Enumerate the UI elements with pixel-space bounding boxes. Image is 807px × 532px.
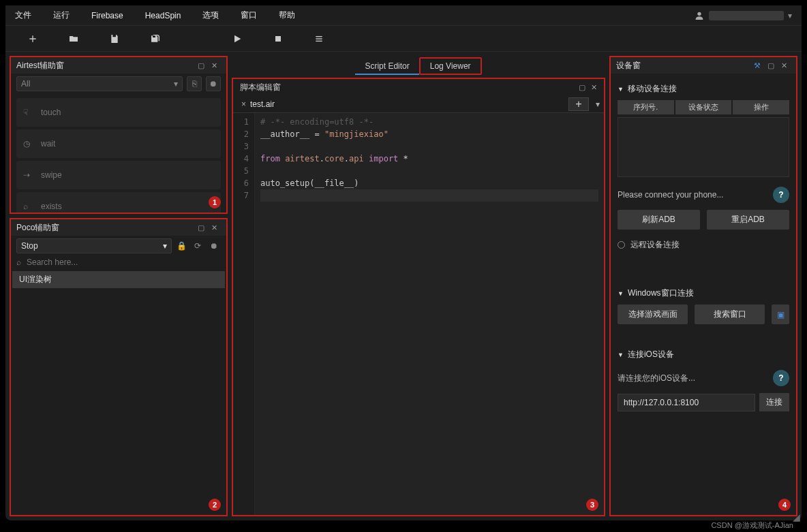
menu-help[interactable]: 帮助 (279, 10, 295, 21)
run-button[interactable] (217, 29, 258, 48)
airtest-record-button[interactable]: ⏺ (206, 76, 221, 91)
toolbar (5, 26, 802, 52)
airtest-panel: Airtest辅助窗 ▢ ✕ All▾ ⎘ ⏺ ☟touch ◷wait ⇢sw… (10, 56, 228, 214)
poco-title: Poco辅助窗 (16, 222, 194, 234)
editor-title: 脚本编辑窗 (240, 82, 281, 93)
device-table-empty (618, 117, 789, 177)
annotation-badge-2: 2 (209, 499, 221, 511)
refresh-icon[interactable]: ⟳ (191, 239, 204, 253)
center-tabs: Script Editor Log Viewer (232, 56, 605, 75)
help-button[interactable]: ? (773, 370, 789, 386)
chevron-down-icon: ▾ (163, 241, 167, 251)
line-gutter: 1234567 (233, 113, 255, 515)
triangle-down-icon: ▼ (618, 86, 624, 93)
user-dropdown[interactable]: ▾ (694, 10, 792, 21)
close-icon[interactable]: ✕ (781, 61, 791, 70)
search-window-button[interactable]: 搜索窗口 (695, 304, 765, 324)
help-button[interactable]: ? (773, 187, 789, 203)
touch-icon: ☟ (23, 108, 34, 117)
watermark: CSDN @游戏测试-AJian (711, 520, 793, 531)
annotation-badge-1: 1 (209, 196, 221, 208)
annotation-badge-3: 3 (586, 499, 598, 511)
exists-icon: ⌕ (23, 202, 34, 211)
svg-rect-1 (275, 36, 281, 42)
connect-message: Please connect your phone... (618, 190, 773, 200)
triangle-down-icon: ▼ (618, 351, 624, 358)
tabs-dropdown[interactable]: ▾ (592, 99, 604, 109)
editor-panel: 脚本编辑窗 ▢ ✕ × test.air + ▾ 1234567 (232, 78, 605, 516)
code-body[interactable]: # -*- encoding=utf8 -*- __author__ = "mi… (255, 113, 604, 515)
close-icon[interactable]: ✕ (211, 61, 221, 70)
airtest-insert-button[interactable]: ⎘ (187, 76, 202, 91)
close-icon[interactable]: ✕ (211, 223, 221, 232)
poco-mode-select[interactable]: Stop▾ (16, 238, 172, 253)
swipe-icon: ⇢ (23, 170, 34, 180)
ios-url-input[interactable] (618, 394, 755, 411)
menu-window[interactable]: 窗口 (241, 10, 257, 21)
poco-tree-root[interactable]: UI渲染树 (12, 271, 225, 288)
open-button[interactable] (53, 29, 94, 48)
device-table-header: 序列号. 设备状态 操作 (618, 100, 789, 114)
minimize-icon[interactable]: ▢ (579, 83, 585, 92)
record-icon[interactable]: ⏺ (207, 239, 221, 253)
svg-rect-4 (316, 40, 322, 41)
minimize-icon[interactable]: ▢ (198, 61, 207, 70)
select-game-button[interactable]: 选择游戏画面 (618, 304, 688, 324)
menubar: 文件 运行 Firebase HeadSpin 选项 窗口 帮助 ▾ (5, 5, 802, 26)
minimize-icon[interactable]: ▢ (198, 223, 207, 232)
menu-run[interactable]: 运行 (53, 10, 70, 21)
menu-firebase[interactable]: Firebase (91, 11, 123, 20)
menu-file[interactable]: 文件 (15, 10, 31, 21)
resize-grip-icon[interactable]: ◢ (793, 512, 800, 522)
close-tab-icon[interactable]: × (241, 99, 246, 109)
save-button[interactable] (94, 29, 135, 48)
search-icon: ⌕ (16, 257, 21, 267)
devices-panel: 设备窗 ⚒ ▢ ✕ ▼移动设备连接 序列号. 设备状态 操作 Please co… (609, 56, 797, 516)
airtest-title: Airtest辅助窗 (16, 60, 194, 72)
chevron-down-icon: ▾ (788, 11, 792, 20)
mobile-section-header[interactable]: ▼移动设备连接 (618, 83, 789, 95)
airtest-item-exists[interactable]: ⌕exists (16, 192, 221, 213)
new-button[interactable] (12, 29, 53, 48)
saveall-button[interactable] (135, 29, 176, 48)
menu-headspin[interactable]: HeadSpin (145, 11, 181, 20)
tab-log-viewer[interactable]: Log Viewer (419, 57, 482, 75)
airtest-mode-select[interactable]: All▾ (16, 76, 183, 91)
wait-icon: ◷ (23, 139, 34, 148)
airtest-item-touch[interactable]: ☟touch (16, 98, 221, 127)
restart-adb-button[interactable]: 重启ADB (707, 210, 789, 230)
airtest-item-swipe[interactable]: ⇢swipe (16, 161, 221, 189)
ios-section-header[interactable]: ▼连接iOS设备 (618, 349, 789, 360)
minimize-icon[interactable]: ▢ (767, 61, 777, 70)
svg-point-0 (697, 12, 701, 15)
stop-button[interactable] (258, 29, 299, 48)
devices-title: 设备窗 (616, 60, 750, 72)
poco-panel: Poco辅助窗 ▢ ✕ Stop▾ 🔒 ⟳ ⏺ ⌕ UI渲染树 2 (10, 218, 228, 516)
file-tab[interactable]: × test.air (236, 95, 280, 112)
svg-rect-3 (316, 38, 322, 39)
annotation-badge-4: 4 (778, 499, 791, 511)
windows-section-header[interactable]: ▼Windows窗口连接 (618, 287, 789, 299)
svg-rect-2 (316, 36, 322, 37)
ios-message: 请连接您的iOS设备... (618, 373, 773, 384)
refresh-adb-button[interactable]: 刷新ADB (618, 210, 700, 230)
close-icon[interactable]: ✕ (591, 83, 597, 92)
tab-script-editor[interactable]: Script Editor (355, 59, 418, 75)
user-icon (694, 10, 705, 21)
menu-options[interactable]: 选项 (202, 10, 219, 21)
window-picker-button[interactable]: ▣ (772, 304, 789, 324)
lock-icon[interactable]: 🔒 (174, 239, 188, 253)
new-tab-button[interactable]: + (568, 97, 589, 111)
airtest-item-wait[interactable]: ◷wait (16, 129, 221, 158)
triangle-down-icon: ▼ (618, 290, 624, 297)
ios-connect-button[interactable]: 连接 (759, 393, 789, 411)
tools-icon[interactable]: ⚒ (754, 61, 763, 70)
code-editor[interactable]: 1234567 # -*- encoding=utf8 -*- __author… (233, 113, 604, 515)
report-button[interactable] (299, 29, 339, 48)
chevron-down-icon: ▾ (174, 79, 178, 89)
remote-device-radio[interactable]: 远程设备连接 (618, 239, 789, 251)
poco-search-input[interactable] (27, 257, 221, 267)
